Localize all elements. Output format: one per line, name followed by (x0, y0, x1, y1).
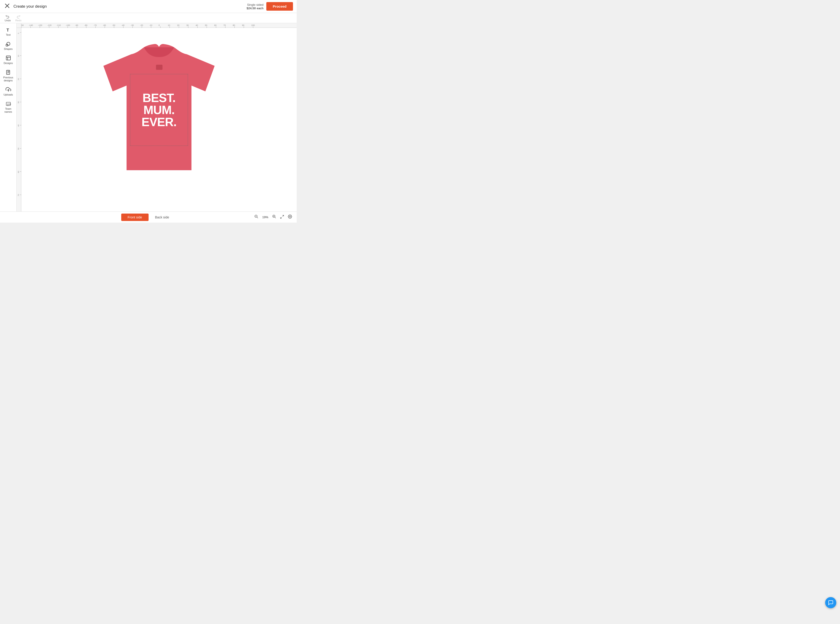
text-icon: T (6, 27, 11, 32)
zoom-out-button[interactable] (253, 213, 259, 221)
design-canvas[interactable]: BEST.MUM.EVER. (21, 28, 297, 212)
fullscreen-button[interactable] (279, 214, 285, 221)
sidebar-previous-designs-label: Previous designs (2, 76, 15, 82)
pricing-label: Single sided (247, 3, 264, 6)
redo-label: Redo (15, 19, 21, 22)
shapes-icon (6, 41, 11, 46)
toolbar: Undo Redo (0, 13, 297, 23)
ruler-v-canvas (17, 28, 21, 212)
ruler-horizontal (21, 23, 297, 28)
sidebar-item-team-names[interactable]: NAME 00 Team names (1, 99, 16, 115)
sidebar: T Text Shapes Designs Previous designs (0, 23, 17, 212)
zoom-in-button[interactable] (271, 213, 277, 221)
pricing-info: Single sided $24.50 each (247, 3, 264, 10)
back-side-tab[interactable]: Back side (149, 213, 176, 221)
sidebar-designs-label: Designs (4, 62, 13, 65)
pricing-price: $24.50 each (247, 6, 264, 10)
svg-rect-5 (6, 56, 11, 60)
proceed-button[interactable]: Proceed (266, 2, 293, 11)
sidebar-item-shapes[interactable]: Shapes (1, 39, 16, 53)
sidebar-item-uploads[interactable]: Uploads (1, 85, 16, 98)
ruler-corner (17, 23, 21, 28)
svg-line-18 (275, 217, 276, 218)
design-overlay[interactable]: BEST.MUM.EVER. (130, 74, 188, 146)
header: Create your design Single sided $24.50 e… (0, 0, 297, 13)
sidebar-uploads-label: Uploads (3, 93, 13, 96)
ruler-vertical (17, 28, 21, 212)
sidebar-shapes-label: Shapes (4, 48, 12, 51)
front-side-tab[interactable]: Front side (121, 213, 149, 221)
svg-point-21 (290, 216, 291, 217)
undo-button[interactable]: Undo (3, 14, 12, 23)
svg-point-3 (7, 42, 10, 45)
zoom-value: 19% (261, 215, 269, 219)
side-tabs: Front side Back side (121, 213, 176, 221)
previous-designs-icon (6, 70, 11, 75)
tshirt-container: BEST.MUM.EVER. (94, 38, 224, 187)
header-left: Create your design (4, 2, 47, 11)
canvas-area: BEST.MUM.EVER. (17, 23, 297, 212)
svg-line-14 (257, 217, 258, 218)
zoom-controls: 19% (253, 213, 293, 221)
sidebar-item-previous-designs[interactable]: Previous designs (1, 68, 16, 84)
header-right: Single sided $24.50 each Proceed (247, 2, 293, 11)
sidebar-item-text[interactable]: T Text (1, 25, 16, 38)
settings-button[interactable] (287, 213, 293, 221)
svg-rect-11 (156, 65, 162, 70)
main-area: T Text Shapes Designs Previous designs (0, 23, 297, 212)
undo-label: Undo (5, 19, 11, 22)
redo-button[interactable]: Redo (14, 14, 23, 23)
bottom-bar: Front side Back side 19% (0, 212, 297, 222)
sidebar-team-names-label: Team names (2, 107, 15, 113)
svg-line-20 (281, 217, 282, 218)
page-title: Create your design (14, 4, 47, 9)
designs-icon (6, 55, 11, 61)
svg-text:T: T (6, 28, 9, 32)
svg-text:00: 00 (7, 105, 9, 106)
ruler-h-canvas (21, 23, 297, 28)
sidebar-text-label: Text (6, 33, 11, 36)
sidebar-item-designs[interactable]: Designs (1, 53, 16, 66)
close-button[interactable] (4, 2, 11, 11)
uploads-icon (6, 87, 11, 92)
svg-line-19 (282, 215, 284, 216)
team-names-icon: NAME 00 (6, 101, 11, 107)
design-text-content: BEST.MUM.EVER. (142, 92, 176, 128)
